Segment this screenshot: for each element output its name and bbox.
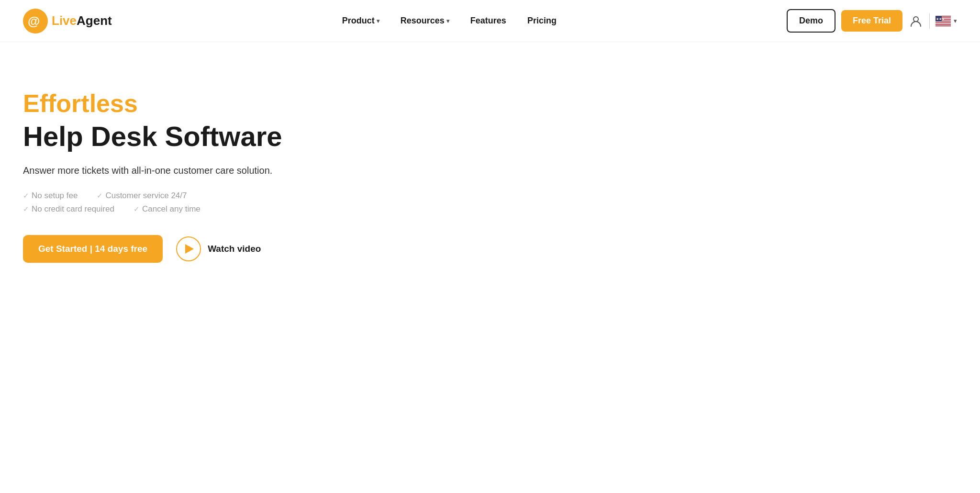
check-icon: ✓ (23, 191, 29, 200)
check-icon: ✓ (23, 205, 29, 213)
free-trial-button[interactable]: Free Trial (841, 10, 902, 32)
logo-text: LiveAgent (52, 13, 112, 28)
hero-actions: Get Started | 14 days free Watch video (23, 235, 312, 263)
svg-text:★★★: ★★★ (936, 17, 945, 21)
nav-right: Demo Free Trial (787, 9, 957, 33)
svg-rect-9 (935, 24, 951, 25)
chevron-down-icon: ▾ (377, 18, 379, 24)
watch-video-label: Watch video (208, 244, 261, 254)
nav-divider (929, 13, 930, 29)
demo-button[interactable]: Demo (787, 9, 835, 33)
hero-checks-row-2: ✓ No credit card required ✓ Cancel any t… (23, 204, 312, 214)
play-icon (185, 244, 194, 254)
user-icon[interactable] (908, 13, 924, 29)
hero-section: Effortless Help Desk Software Answer mor… (0, 42, 335, 301)
navbar: @ LiveAgent Product ▾ Resources ▾ Featur… (0, 0, 980, 42)
hero-check-4: ✓ Cancel any time (134, 204, 200, 214)
logo-icon: @ (23, 9, 48, 34)
hero-subtitle: Answer more tickets with all-in-one cust… (23, 163, 312, 178)
hero-tag: Effortless (23, 90, 312, 117)
language-selector[interactable]: ★★★ ▾ (935, 16, 957, 26)
nav-features[interactable]: Features (462, 11, 515, 31)
check-icon: ✓ (97, 191, 103, 200)
hero-checks: ✓ No setup fee ✓ Customer service 24/7 ✓… (23, 191, 312, 214)
hero-checks-row-1: ✓ No setup fee ✓ Customer service 24/7 (23, 191, 312, 201)
check-icon: ✓ (134, 205, 140, 213)
nav-pricing[interactable]: Pricing (519, 11, 565, 31)
hero-check-2: ✓ Customer service 24/7 (97, 191, 187, 201)
hero-check-1: ✓ No setup fee (23, 191, 78, 201)
get-started-button[interactable]: Get Started | 14 days free (23, 235, 163, 263)
play-button[interactable] (176, 236, 201, 261)
flag-icon: ★★★ (935, 16, 951, 26)
chevron-down-icon: ▾ (954, 17, 957, 24)
svg-text:@: @ (28, 14, 40, 28)
svg-rect-10 (935, 25, 951, 26)
svg-point-2 (913, 17, 918, 22)
chevron-down-icon: ▾ (446, 18, 449, 24)
hero-check-3: ✓ No credit card required (23, 204, 114, 214)
watch-video-container[interactable]: Watch video (176, 236, 261, 261)
nav-resources[interactable]: Resources ▾ (392, 11, 458, 31)
svg-rect-8 (935, 22, 951, 23)
nav-product[interactable]: Product ▾ (334, 11, 388, 31)
nav-links: Product ▾ Resources ▾ Features Pricing (112, 11, 787, 31)
logo[interactable]: @ LiveAgent (23, 9, 112, 34)
hero-title: Help Desk Software (23, 121, 312, 152)
